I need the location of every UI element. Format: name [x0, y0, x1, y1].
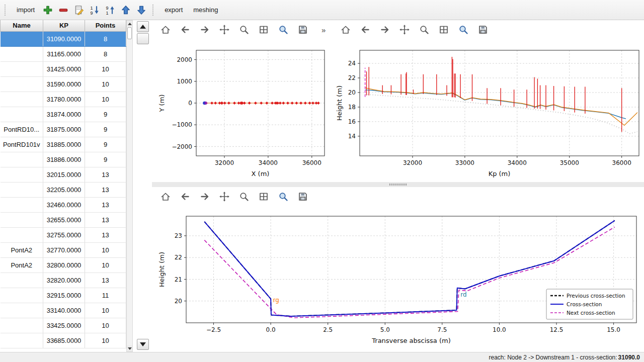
table-row[interactable]: 31590.000010 — [1, 76, 126, 92]
export-button[interactable]: export — [160, 4, 187, 16]
subplots-button[interactable] — [256, 189, 271, 204]
zoom-button[interactable] — [417, 22, 432, 37]
pan-button[interactable] — [397, 22, 412, 37]
panel-scroll-down-button[interactable] — [137, 339, 149, 350]
remove-cross-section-button[interactable] — [56, 3, 70, 17]
scroll-up-button[interactable] — [127, 21, 132, 27]
cell-name — [1, 152, 43, 167]
table-row[interactable]: 31165.00008 — [1, 46, 126, 61]
sort-ascending-button[interactable]: 91 — [103, 3, 117, 17]
column-header-kp[interactable]: KP — [43, 20, 85, 31]
home-button[interactable] — [158, 22, 173, 37]
customize-button[interactable] — [276, 22, 291, 37]
save-button[interactable] — [295, 189, 310, 204]
cross-section-chart[interactable]: −2.50.02.55.07.510.012.515.020212223Tran… — [152, 206, 644, 353]
cell-points: 11 — [85, 288, 126, 303]
cell-points: 10 — [85, 333, 126, 348]
svg-text:2000: 2000 — [177, 56, 192, 63]
longitudinal-profile-chart[interactable]: 3200033000340003500036000141618202224Kp … — [332, 39, 644, 182]
table-row[interactable]: PontA232770.000010 — [1, 242, 126, 257]
cell-name: PontRD10... — [1, 122, 43, 137]
panel-scrollbar-thumb[interactable] — [137, 33, 149, 44]
forward-button[interactable] — [377, 22, 392, 37]
svg-text:−2000: −2000 — [172, 143, 192, 150]
splitter-handle-icon — [389, 184, 407, 186]
scrollbar-thumb[interactable] — [127, 27, 132, 39]
cell-points: 10 — [85, 76, 126, 92]
back-button[interactable] — [178, 189, 193, 204]
table-row[interactable]: 32755.000013 — [1, 227, 126, 242]
pan-button[interactable] — [217, 189, 232, 204]
svg-text:15.0: 15.0 — [607, 326, 620, 333]
cross-section-toolbar — [152, 187, 644, 206]
sort-ascending-icon: 91 — [105, 5, 116, 16]
subplots-icon — [258, 191, 269, 202]
cell-points: 13 — [85, 227, 126, 242]
home-button[interactable] — [338, 22, 353, 37]
panel-scroll-up-button[interactable] — [137, 21, 149, 32]
zoom-button[interactable] — [236, 189, 252, 204]
forward-button[interactable] — [197, 22, 212, 37]
back-button[interactable] — [178, 22, 193, 37]
edit-cross-section-button[interactable] — [72, 3, 86, 17]
table-row[interactable]: 31886.00009 — [1, 152, 126, 167]
table-row[interactable]: PontRD101v31885.00009 — [1, 137, 126, 152]
table-row[interactable]: 32655.000013 — [1, 212, 126, 227]
cell-points: 13 — [85, 182, 126, 197]
save-button[interactable] — [295, 22, 310, 37]
plan-view-chart[interactable]: 320003400036000−2000−1000010002000X (m)Y… — [152, 39, 332, 182]
longitudinal-profile-figure: 3200033000340003500036000141618202224Kp … — [332, 20, 644, 182]
table-row[interactable]: 33425.000010 — [1, 318, 126, 333]
table-row[interactable]: 33140.000010 — [1, 303, 126, 318]
table-row[interactable]: 32460.000013 — [1, 197, 126, 212]
customize-button[interactable] — [456, 22, 471, 37]
cell-points: 10 — [85, 318, 126, 333]
home-button[interactable] — [158, 189, 173, 204]
toolbar-overflow-button[interactable]: » — [318, 25, 329, 35]
scroll-down-button[interactable] — [127, 345, 132, 351]
table-row[interactable]: 31874.00009 — [1, 107, 126, 122]
sort-descending-button[interactable]: 19 — [88, 3, 102, 17]
cell-points: 13 — [85, 212, 126, 227]
subplots-button[interactable] — [256, 22, 271, 37]
cell-kp: 31165.0000 — [43, 46, 85, 61]
table-row[interactable]: 31425.000010 — [1, 61, 126, 76]
table-row[interactable]: PontRD10...31875.00009 — [1, 122, 126, 137]
svg-text:36000: 36000 — [302, 159, 321, 166]
table-row[interactable]: 32205.000013 — [1, 182, 126, 197]
cell-name — [1, 273, 43, 288]
move-up-button[interactable] — [119, 3, 133, 17]
subplots-button[interactable] — [436, 22, 451, 37]
cell-name — [1, 303, 43, 318]
add-cross-section-button[interactable] — [41, 3, 55, 17]
save-button[interactable] — [475, 22, 491, 37]
panel-scrollbar[interactable] — [136, 20, 151, 352]
toolbar-grip[interactable] — [5, 5, 8, 16]
table-row[interactable]: 32820.000013 — [1, 273, 126, 288]
table-row[interactable]: 33685.000010 — [1, 333, 126, 348]
meshing-button[interactable]: meshing — [189, 4, 222, 16]
table-row[interactable]: PontA232800.000010 — [1, 257, 126, 273]
up-arrow-icon — [128, 23, 132, 25]
customize-button[interactable] — [276, 189, 291, 204]
table-scrollbar[interactable] — [126, 20, 133, 352]
application-window: import 19 91 export meshing Name KP P — [0, 0, 644, 362]
column-header-name[interactable]: Name — [1, 20, 43, 31]
zoom-button[interactable] — [236, 22, 252, 37]
svg-text:Previous cross-section: Previous cross-section — [567, 293, 625, 299]
cell-name — [1, 227, 43, 242]
svg-text:20: 20 — [348, 89, 356, 96]
column-header-points[interactable]: Points — [85, 20, 126, 31]
table-row[interactable]: 31090.00008 — [1, 31, 126, 46]
table-row[interactable]: 32915.000011 — [1, 288, 126, 303]
toolbar-grip[interactable] — [152, 5, 156, 16]
import-button[interactable]: import — [12, 4, 39, 16]
svg-text:9: 9 — [106, 6, 109, 11]
table-row[interactable]: 32015.000013 — [1, 167, 126, 182]
table-row[interactable]: 31780.000010 — [1, 92, 126, 107]
horizontal-splitter[interactable] — [152, 182, 644, 187]
back-button[interactable] — [358, 22, 373, 37]
forward-button[interactable] — [197, 189, 212, 204]
move-down-button[interactable] — [134, 3, 148, 17]
pan-button[interactable] — [217, 22, 232, 37]
